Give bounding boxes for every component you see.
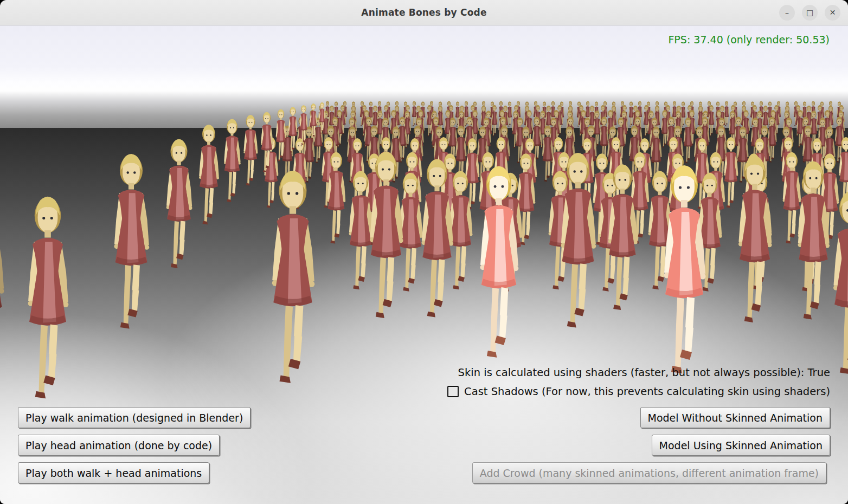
close-icon: ✕: [830, 9, 836, 16]
titlebar[interactable]: Animate Bones by Code – □ ✕: [0, 0, 848, 25]
window-controls: – □ ✕: [779, 0, 840, 25]
maximize-icon: □: [806, 9, 813, 16]
skin-shaders-status: Skin is calculated using shaders (faster…: [458, 366, 830, 379]
minimize-button[interactable]: –: [779, 5, 795, 21]
model-without-skinned-animation-button[interactable]: Model Without Skinned Animation: [640, 407, 830, 428]
minimize-icon: –: [785, 9, 789, 16]
cast-shadows-label: Cast Shadows (For now, this prevents cal…: [464, 385, 830, 398]
model-using-skinned-animation-button[interactable]: Model Using Skinned Animation: [652, 435, 830, 456]
maximize-button[interactable]: □: [802, 5, 818, 21]
play-both-animations-button[interactable]: Play both walk + head animations: [18, 462, 209, 483]
add-crowd-button: Add Crowd (many skinned animations, diff…: [472, 462, 826, 483]
fps-counter: FPS: 37.40 (only render: 50.53): [668, 34, 830, 46]
window-title: Animate Bones by Code: [361, 7, 486, 18]
play-walk-animation-button[interactable]: Play walk animation (designed in Blender…: [18, 407, 250, 428]
cast-shadows-row: Cast Shadows (For now, this prevents cal…: [447, 385, 830, 398]
play-head-animation-button[interactable]: Play head animation (done by code): [18, 435, 220, 456]
3d-viewport[interactable]: FPS: 37.40 (only render: 50.53) Skin is …: [0, 25, 848, 504]
cast-shadows-checkbox[interactable]: [447, 386, 459, 397]
crowd-scene: [0, 25, 848, 504]
close-button[interactable]: ✕: [825, 5, 840, 21]
app-window: Animate Bones by Code – □ ✕ FPS: 37.40 (…: [0, 0, 848, 504]
